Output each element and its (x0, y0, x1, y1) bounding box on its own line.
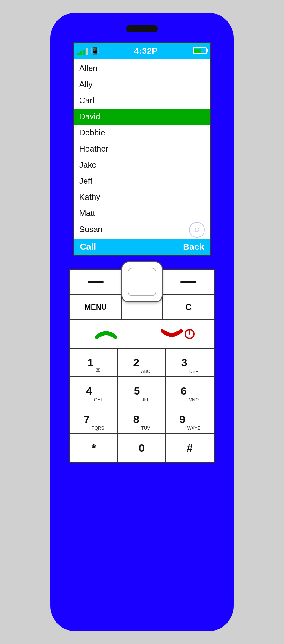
key-number-*: * (92, 442, 96, 454)
c-button[interactable]: C (163, 295, 214, 319)
status-bar: 📳 4:32P (74, 43, 210, 59)
key-sub-2: ABC (141, 369, 150, 374)
contact-item-jeff[interactable]: Jeff (74, 173, 210, 189)
key-sub-5: JKL (142, 397, 149, 402)
status-left: 📳 (77, 46, 99, 55)
contact-item-david[interactable]: David (74, 109, 210, 125)
key-number-#: # (187, 442, 193, 454)
key-number-1: 1 (87, 356, 93, 369)
key-7[interactable]: 7PQRS (70, 405, 118, 434)
battery-icon (193, 47, 207, 54)
key-9[interactable]: 9WXYZ (166, 405, 214, 434)
green-call-button[interactable] (70, 320, 142, 348)
key-number-4: 4 (86, 385, 92, 397)
key-number-7: 7 (84, 413, 90, 426)
key-sub-4: GHI (94, 397, 102, 402)
right-dash-icon (180, 281, 196, 283)
screen-bottom-bar: Call Back (74, 239, 210, 255)
watermark: G (189, 222, 205, 238)
key-number-6: 6 (181, 385, 187, 397)
red-end-call-button[interactable] (142, 320, 214, 348)
signal-bar-4 (86, 48, 88, 55)
call-soft-button[interactable]: Call (80, 242, 96, 252)
key-number-5: 5 (134, 385, 140, 397)
contact-list: AllenAllyCarlDavidDebbieHeatherJakeJeffK… (74, 59, 210, 239)
key-3[interactable]: 3DEF (166, 349, 214, 377)
contact-item-jake[interactable]: Jake (74, 157, 210, 173)
vibrate-icon: 📳 (91, 47, 99, 55)
left-soft-key[interactable] (70, 270, 121, 294)
call-row (70, 320, 214, 349)
key-#[interactable]: # (166, 434, 214, 462)
signal-bar-1 (77, 53, 80, 55)
left-dash-icon (88, 281, 104, 283)
nav-row (70, 270, 214, 295)
key-number-3: 3 (181, 356, 187, 369)
contact-item-heather[interactable]: Heather (74, 141, 210, 157)
speaker-slot (126, 25, 158, 32)
key-sub-3: DEF (189, 369, 198, 374)
key-sub-9: WXYZ (187, 426, 200, 431)
key-0[interactable]: 0 (118, 434, 166, 462)
signal-bars-icon (77, 46, 88, 55)
key-number-0: 0 (139, 442, 145, 454)
phone-body: 📳 4:32P AllenAllyCarlDavidDebbieHeatherJ… (50, 13, 234, 631)
key-number-2: 2 (133, 356, 139, 369)
key-sub-1: ✉ (95, 366, 101, 374)
key-number-9: 9 (180, 413, 186, 426)
key-2[interactable]: 2ABC (118, 349, 166, 377)
signal-bar-2 (80, 51, 82, 55)
key-8[interactable]: 8TUV (118, 405, 166, 434)
status-time: 4:32P (134, 46, 157, 56)
battery-container (193, 47, 207, 54)
contact-item-debbie[interactable]: Debbie (74, 125, 210, 141)
contact-item-kathy[interactable]: Kathy (74, 189, 210, 205)
red-phone-icon (161, 328, 183, 340)
power-icon (184, 328, 195, 340)
key-5[interactable]: 5JKL (118, 377, 166, 405)
key-1[interactable]: 1✉ (70, 349, 118, 377)
key-6[interactable]: 6MNO (166, 377, 214, 405)
right-soft-key[interactable] (163, 270, 214, 294)
contact-item-matt[interactable]: Matt (74, 205, 210, 221)
key-number-8: 8 (133, 413, 139, 426)
key-sub-8: TUV (141, 426, 150, 431)
phone-screen: 📳 4:32P AllenAllyCarlDavidDebbieHeatherJ… (73, 42, 211, 256)
key-sub-7: PQRS (92, 426, 104, 431)
key-sub-6: MNO (188, 397, 199, 402)
key-4[interactable]: 4GHI (70, 377, 118, 405)
contact-item-ally[interactable]: Ally (74, 76, 210, 92)
nav-center-inner (128, 268, 156, 296)
key-*[interactable]: * (70, 434, 118, 462)
contact-item-allen[interactable]: Allen (74, 60, 210, 76)
signal-bar-3 (83, 50, 85, 55)
nav-center-button[interactable] (121, 261, 163, 302)
menu-button[interactable]: MENU (70, 295, 121, 319)
number-grid: 1✉2ABC3DEF4GHI5JKL6MNO7PQRS8TUV9WXYZ*0# (70, 349, 214, 462)
contact-item-carl[interactable]: Carl (74, 92, 210, 109)
back-soft-button[interactable]: Back (183, 242, 204, 252)
keypad: MENU C 1✉2ABC3DEF4GHI5JKL (69, 269, 215, 463)
green-phone-icon (95, 328, 117, 340)
battery-level (194, 49, 201, 53)
